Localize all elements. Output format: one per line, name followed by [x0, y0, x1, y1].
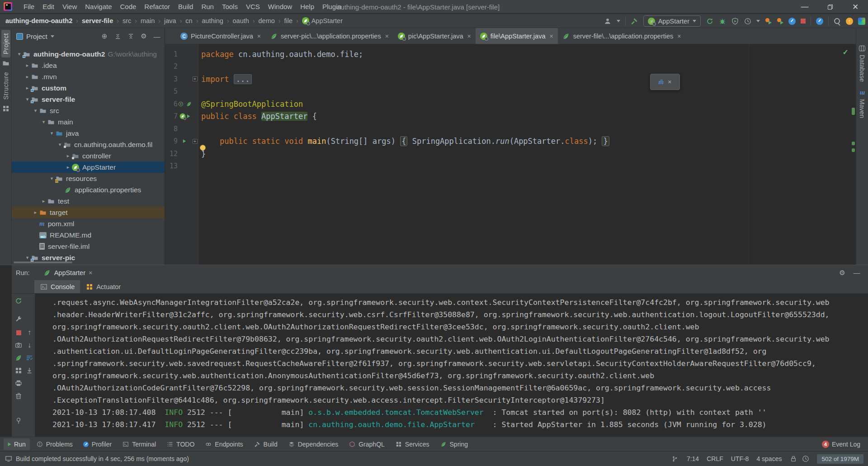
expand-all-icon[interactable]: [113, 33, 123, 40]
play-run-icon[interactable]: [187, 114, 189, 118]
tool-stripe-project[interactable]: Project: [1, 30, 10, 57]
breadcrumb-item[interactable]: server-file: [82, 17, 113, 24]
layout-icon[interactable]: [14, 366, 23, 375]
tree-item[interactable]: ▾main: [12, 116, 165, 128]
run-view-tab-actuator[interactable]: Actuator: [80, 280, 126, 293]
tool-stripe-database[interactable]: Database: [858, 42, 867, 85]
lock-icon[interactable]: [789, 455, 797, 463]
tree-item[interactable]: ▾cn.authing.oauth.demo.fil: [12, 139, 165, 150]
popup-close-icon[interactable]: ×: [668, 78, 671, 86]
menu-item-run[interactable]: Run: [197, 1, 218, 12]
run-tab[interactable]: AppStarter ×: [40, 267, 96, 278]
tree-chevron-icon[interactable]: ▾: [24, 96, 31, 102]
breadcrumb-item[interactable]: oauth: [233, 17, 249, 24]
tree-item[interactable]: ▸controller: [12, 150, 165, 162]
event-log-button[interactable]: 4Event Log: [818, 438, 864, 450]
menu-item-window[interactable]: Window: [264, 1, 296, 12]
tab-close-icon[interactable]: ×: [549, 33, 553, 40]
line-number[interactable]: 8: [165, 125, 178, 133]
run-hide-icon[interactable]: —: [852, 269, 862, 276]
status-item[interactable]: 4 spaces: [756, 455, 782, 462]
profiler-dropdown-icon[interactable]: [756, 20, 760, 22]
status-message[interactable]: Build completed successfully in 4 sec, 2…: [16, 455, 189, 462]
rerun-icon[interactable]: [706, 17, 713, 25]
menu-item-tools[interactable]: Tools: [218, 1, 242, 12]
menu-item-vcs[interactable]: VCS: [242, 1, 264, 12]
editor-tab[interactable]: pic\AppStarter.java×: [393, 28, 476, 44]
line-number[interactable]: 12: [165, 150, 178, 158]
tree-item[interactable]: ▾authing-demo-oauth2 G:\work\authing: [12, 48, 165, 60]
editor-tab[interactable]: file\AppStarter.java×: [476, 28, 558, 44]
line-number[interactable]: 1: [165, 50, 178, 58]
run-configuration-select[interactable]: AppStarter: [643, 15, 701, 27]
tree-item[interactable]: application.properties: [12, 184, 165, 195]
up-stack-icon[interactable]: ↑: [25, 328, 33, 337]
tab-close-icon[interactable]: ×: [677, 33, 681, 40]
tree-chevron-icon[interactable]: ▾: [56, 142, 64, 147]
menu-item-edit[interactable]: Edit: [38, 1, 58, 12]
scroll-end-icon[interactable]: [25, 366, 33, 375]
line-number[interactable]: 9: [165, 137, 178, 145]
wrench-icon[interactable]: [14, 315, 23, 323]
hide-icon[interactable]: —: [152, 33, 162, 40]
breadcrumb-item[interactable]: authing-demo-oauth2: [5, 17, 72, 24]
tree-chevron-icon[interactable]: ▸: [64, 164, 72, 170]
menu-item-help[interactable]: Help: [296, 1, 318, 12]
toolwindow-button-spring[interactable]: Spring: [435, 438, 472, 450]
soft-wrap-icon[interactable]: [25, 354, 33, 362]
breadcrumb-item[interactable]: main: [141, 17, 155, 24]
tree-item[interactable]: MDREADME.md: [12, 229, 165, 241]
editor-body[interactable]: 1package cn.authing.oauth.demo.file;23+i…: [165, 44, 856, 265]
tree-item[interactable]: ▸.mvn: [12, 71, 165, 82]
clear-icon[interactable]: [14, 392, 23, 400]
minimize-icon[interactable]: —: [792, 0, 817, 14]
menu-item-refactor[interactable]: Refactor: [140, 1, 174, 12]
menu-item-navigate[interactable]: Navigate: [81, 1, 116, 12]
editor-tab[interactable]: server-pic\...\application.properties×: [265, 28, 393, 44]
stop-icon[interactable]: [801, 19, 806, 24]
down-stack-icon[interactable]: ↓: [25, 341, 33, 349]
tree-item[interactable]: ▸test: [12, 195, 165, 207]
toolwindow-button-endpoints[interactable]: Endpoints: [200, 438, 247, 450]
vcs-arrows-icon[interactable]: [671, 455, 679, 463]
camera-icon[interactable]: [14, 341, 23, 349]
intention-bulb-icon[interactable]: [200, 145, 206, 151]
tab-close-icon[interactable]: ×: [385, 33, 389, 40]
run-tab-close-icon[interactable]: ×: [89, 269, 92, 276]
project-panel-title[interactable]: Project: [26, 33, 47, 40]
pin-icon[interactable]: [14, 417, 23, 425]
breadcrumb-item[interactable]: authing: [202, 17, 223, 24]
tool-stripe-maven[interactable]: m Maven: [858, 88, 867, 121]
toolwindow-button-profiler[interactable]: Profiler: [79, 438, 116, 450]
editor-tab[interactable]: server-file\...\application.properties×: [558, 28, 686, 44]
toolwindow-button-build[interactable]: Build: [249, 438, 282, 450]
tree-chevron-icon[interactable]: ▾: [32, 108, 39, 114]
maven-reload-popup[interactable]: m̃ ×: [650, 74, 680, 90]
line-number[interactable]: 3: [165, 75, 178, 83]
toolwindow-button-graphql[interactable]: GraphQL: [344, 438, 389, 450]
springboot-icon[interactable]: [179, 114, 185, 119]
breadcrumb-item[interactable]: demo: [259, 17, 275, 24]
user-icon[interactable]: [604, 17, 612, 25]
line-number[interactable]: 13: [165, 162, 178, 170]
tree-item[interactable]: ▾server-file: [12, 94, 165, 105]
update-icon[interactable]: ↑: [846, 18, 853, 25]
tab-close-icon[interactable]: ×: [257, 33, 261, 40]
fold-marker[interactable]: +: [191, 139, 198, 144]
maven-reload-icon[interactable]: m̃: [659, 78, 664, 86]
gauge-icon[interactable]: [788, 18, 796, 25]
tree-item[interactable]: mpom.xml: [12, 218, 165, 229]
toolwindow-button-run[interactable]: Run: [4, 438, 30, 450]
attach-profiler2-icon[interactable]: [777, 18, 783, 24]
toolwindow-button-todo[interactable]: TODO: [162, 438, 198, 450]
restart-icon[interactable]: [14, 354, 23, 362]
breadcrumb-item[interactable]: src: [123, 17, 131, 24]
build-hammer-icon[interactable]: [631, 17, 638, 25]
tree-chevron-icon[interactable]: ▸: [32, 209, 39, 215]
plugin-logo-icon[interactable]: [858, 18, 865, 25]
event-icon[interactable]: [5, 455, 12, 463]
collapse-all-icon[interactable]: [126, 33, 136, 40]
tree-item[interactable]: ▸custom: [12, 82, 165, 94]
breadcrumb-item[interactable]: cn: [185, 17, 192, 24]
project-view-dropdown-icon[interactable]: [51, 35, 54, 38]
